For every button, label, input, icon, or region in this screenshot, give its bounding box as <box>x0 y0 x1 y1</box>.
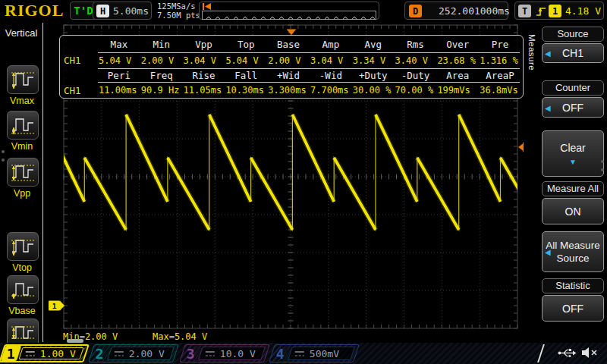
channel-scale-value: 500mV <box>310 348 339 359</box>
measure-col-header: Avg <box>352 39 395 50</box>
measure-col-header: Area <box>436 70 479 81</box>
status-divider <box>537 344 545 362</box>
measure-col-header: +Duty <box>352 70 395 81</box>
channel-status-3[interactable]: 310.0 V <box>179 344 270 362</box>
measure-value-cell: 10.30ms <box>225 85 267 96</box>
record-preview-strip <box>202 11 376 20</box>
preview-waveform-icon <box>203 15 376 20</box>
measure-value-cell: 3.34 V <box>352 55 395 66</box>
oscilloscope-screen: T1 RIGOL T'D H 5.00ms 125MSa/s 7.50M pts… <box>0 0 607 364</box>
sound-muted-icon <box>581 347 598 359</box>
measure-col-header: Top <box>225 39 267 50</box>
left-edge-dot <box>2 150 5 153</box>
softkey-vmin[interactable] <box>7 111 39 140</box>
softkey-vbase[interactable] <box>7 275 39 304</box>
chevron-left-icon: ◀ <box>545 103 551 111</box>
vtop-icon <box>10 236 36 257</box>
menu-item-statistic[interactable]: StatisticOFF <box>542 278 604 322</box>
measure-col-header: Rms <box>395 39 437 50</box>
measure-value-cell: 70.00 % <box>395 85 437 96</box>
menu-button-measure-all[interactable]: ON <box>542 198 604 224</box>
dc-coupling-icon <box>25 350 36 357</box>
menu-title-counter: Counter <box>542 80 604 96</box>
left-menu-vertical: Vertical VmaxVminVppVtopVbaseVamp <box>0 22 44 343</box>
menu-item-measure-all[interactable]: Measure AllON <box>542 181 604 224</box>
svg-text:1: 1 <box>52 302 57 310</box>
menu-button-all-measure[interactable]: All MeasureSource◀ <box>542 231 604 272</box>
ch1-ground-marker[interactable]: 1 <box>49 301 64 311</box>
menu-title-measure-all: Measure All <box>542 181 604 196</box>
table-separator <box>98 52 520 53</box>
measure-col-header: Min <box>140 39 183 50</box>
measure-value-cell: 1.316 % <box>479 55 521 66</box>
measure-value-cell: 30.00 % <box>352 85 395 96</box>
measure-col-header: Base <box>267 39 310 50</box>
channel-scale-value: 1.00 V <box>40 348 76 359</box>
dc-coupling-icon <box>294 350 305 357</box>
menu-item-source[interactable]: SourceCH1◀ <box>542 27 604 63</box>
channel-status-2[interactable]: 22.00 V <box>88 344 179 362</box>
acquisition-readout: 125MSa/s 7.50M pts <box>157 2 200 20</box>
channel-scale-value: 10.0 V <box>220 348 256 359</box>
measure-value-cell: 3.300ms <box>267 85 310 96</box>
menu-button-clear[interactable]: Clear▼ <box>542 130 604 177</box>
measure-col-header: +Wid <box>267 70 310 81</box>
table-separator <box>98 82 520 83</box>
trigger-badge: T <box>518 5 531 17</box>
right-menu-measure: Measure SourceCH1◀CounterOFF◀Clear▼Measu… <box>524 22 607 343</box>
measure-value-cell: 90.9 Hz <box>140 85 183 96</box>
measure-col-header: Freq <box>140 70 183 81</box>
left-edge-dot <box>2 158 5 162</box>
measure-value-cell: 3.04 V <box>310 55 352 66</box>
channel-status-bar: 11.00 V22.00 V310.0 V4500mV <box>0 343 607 364</box>
menu-button-statistic[interactable]: OFF <box>542 295 604 322</box>
channel-scale-value: 2.00 V <box>129 348 165 359</box>
channel-scale-box: 2.00 V <box>107 347 175 360</box>
channel-status-1[interactable]: 11.00 V <box>0 344 90 362</box>
measure-table-row: PeriFreqRiseFall+Wid-Wid+Duty-DutyAreaAr… <box>61 68 521 82</box>
menu-title-source: Source <box>542 27 604 42</box>
measurement-table: MaxMinVppTopBaseAmpAvgRmsOverPreCH15.04 … <box>59 35 524 99</box>
table-separator <box>98 68 520 69</box>
softkey-vmax[interactable] <box>7 65 39 94</box>
measure-col-header: Amp <box>310 39 352 50</box>
vpp-icon <box>10 162 36 183</box>
vbase-icon <box>10 279 36 300</box>
channel-scale-box: 500mV <box>288 347 355 360</box>
measure-value-cell: 3.40 V <box>395 55 437 66</box>
trigger-position-marker[interactable] <box>287 30 297 36</box>
channel-scale-box: 10.0 V <box>198 347 266 360</box>
menu-item-all-measure[interactable]: All MeasureSource◀ <box>542 231 604 272</box>
trigger-level-value: 4.18 V <box>565 5 601 17</box>
vamp-icon <box>10 322 36 344</box>
vmin-icon <box>10 115 36 136</box>
softkey-vtop[interactable] <box>7 232 39 261</box>
rising-edge-icon <box>536 5 547 17</box>
horizontal-timebase-box[interactable]: H 5.00ms <box>93 2 152 20</box>
measure-value-cell: 11.05ms <box>183 85 225 96</box>
delay-readout-box[interactable]: D 252.001000ms <box>404 2 508 20</box>
menu-button-counter[interactable]: OFF◀ <box>542 97 604 118</box>
chevron-down-icon: ▼ <box>569 158 577 166</box>
channel-status-4[interactable]: 4500mV <box>269 344 360 362</box>
menu-item-counter[interactable]: CounterOFF◀ <box>542 80 604 118</box>
menu-item-clear[interactable]: Clear▼ <box>542 130 604 177</box>
right-edge-dot <box>601 168 604 171</box>
usb-icon <box>557 347 577 359</box>
menu-button-source[interactable]: CH1◀ <box>542 43 604 63</box>
memory-depth: 7.50M pts <box>157 11 200 20</box>
measure-value-cell: 5.04 V <box>225 55 267 66</box>
measure-menu-tab: Measure <box>525 28 538 77</box>
measure-col-header: Rise <box>183 70 225 81</box>
softkey-label-vtop: Vtop <box>0 262 44 273</box>
measure-value-cell: 2.00 V <box>267 55 310 66</box>
measure-col-header: Vpp <box>183 39 225 50</box>
softkey-vpp[interactable] <box>7 158 39 187</box>
waveform-record-preview[interactable] <box>199 2 379 20</box>
softkey-label-vmax: Vmax <box>0 96 44 106</box>
ch1-waveform-trace <box>43 115 607 230</box>
record-position-icon <box>202 3 212 10</box>
trigger-source-badge: 1 <box>549 5 561 17</box>
delay-value: 252.001000ms <box>439 5 510 17</box>
trigger-readout-box[interactable]: T 1 4.18 V <box>514 2 604 20</box>
